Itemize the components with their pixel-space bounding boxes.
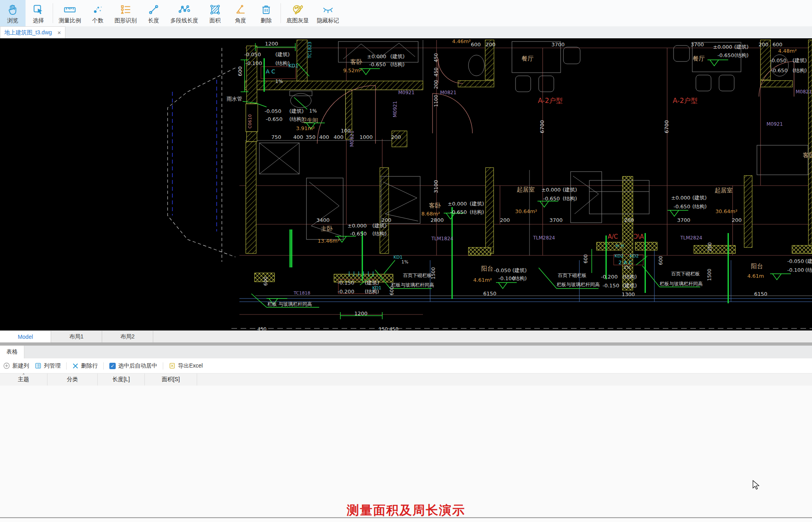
toolbar-item-trash[interactable]: 删除 — [253, 0, 279, 26]
columns-icon — [35, 362, 41, 369]
cad-text-annotation: 1500 — [707, 269, 712, 281]
cad-text-annotation: (结构) — [622, 274, 637, 280]
column-header-2[interactable]: 分类 — [47, 374, 98, 386]
toolbar-separator — [66, 362, 67, 370]
layout-tab-Model[interactable]: Model — [0, 331, 51, 343]
toolbar-item-cursor[interactable]: 选择 — [26, 0, 51, 26]
cad-text-annotation: -0.050 — [494, 267, 511, 273]
cad-text-annotation: 200 — [707, 242, 713, 251]
layout-tab-布局1[interactable]: 布局1 — [51, 331, 102, 343]
cad-text-annotation: 200 — [624, 217, 634, 223]
checkbox-icon[interactable]: ✓ — [109, 363, 116, 369]
cad-text-annotation: (建筑) — [805, 258, 812, 264]
cad-text-annotation: 4.46m² — [452, 38, 471, 44]
cad-text-annotation: -0.650 — [369, 61, 386, 67]
mouse-cursor — [752, 480, 761, 492]
cad-text-annotation: (结构) — [734, 52, 749, 58]
cad-text-annotation: 客卧 — [429, 202, 441, 209]
table-toolbar-columns[interactable]: 列管理 — [35, 362, 61, 370]
toolbar-item-eye-closed[interactable]: 隐藏标记 — [313, 0, 343, 26]
cad-text-annotation: 600 — [389, 286, 395, 295]
toolbar-item-line[interactable]: 长度 — [141, 0, 166, 26]
toolbar-item-label: 删除 — [261, 17, 272, 24]
cad-text-annotation: -0.650 — [266, 116, 283, 122]
toolbar-item-palette[interactable]: 底图灰显 — [283, 0, 313, 26]
cad-text-annotation: 1% — [309, 108, 317, 114]
layout-tab-布局2[interactable]: 布局2 — [102, 331, 153, 343]
cad-text-annotation: 6700 — [664, 120, 670, 133]
toolbar-item-list[interactable]: 图形识别 — [111, 0, 141, 26]
cad-text-annotation: TC1823 — [307, 42, 312, 59]
toolbar-item-dots[interactable]: 个数 — [85, 0, 111, 26]
cad-text-annotation: 6700 — [539, 120, 545, 133]
toolbar-item-label: 多段线长度 — [170, 17, 198, 24]
cursor-icon — [32, 3, 44, 16]
cad-text-annotation: 750 — [271, 134, 281, 140]
toolbar-separator — [281, 3, 281, 23]
cad-text-annotation: (建筑) — [275, 51, 290, 57]
cad-text-annotation: (结构) — [563, 196, 577, 202]
toolbar-item-hand[interactable]: 浏览 — [0, 0, 26, 26]
cad-text-annotation: 600 — [471, 42, 481, 47]
cad-text-annotation: C0610 — [247, 114, 253, 129]
cad-text-annotation: 起居室 — [715, 187, 733, 194]
table-toolbar-checkbox[interactable]: ✓选中后自动居中 — [109, 362, 157, 370]
toolbar-item-area[interactable]: 面积 — [202, 0, 228, 26]
table-body[interactable] — [0, 386, 812, 517]
cad-text-annotation: 餐厅 — [522, 55, 533, 62]
toolbar-item-angle[interactable]: 角度 — [228, 0, 253, 26]
cad-text-annotation: 1100 — [433, 95, 439, 107]
cad-text-annotation: 1000 — [360, 134, 373, 140]
cad-text-annotation: 200 — [381, 217, 391, 223]
cad-text-annotation: 栏板 与玻璃栏杆同高 — [267, 301, 312, 307]
cad-text-annotation: -0.150 — [338, 280, 354, 286]
toolbar-item-label: 底图灰显 — [286, 17, 309, 24]
cad-text-annotation: -0.650 — [674, 204, 690, 210]
cad-text-annotation: 餐厅 — [693, 55, 705, 62]
demo-banner: 测量面积及周长演示 — [0, 502, 812, 519]
tab-table[interactable]: 表格 — [0, 346, 24, 358]
polyline-icon — [178, 3, 191, 16]
cad-text-annotation: 卫生间 — [301, 117, 318, 123]
table-toolbar-label: 删除行 — [81, 362, 98, 370]
toolbar-item-label: 面积 — [209, 17, 221, 24]
excel-icon — [169, 362, 176, 369]
main-toolbar: 浏览选择测量比例个数图形识别长度多段线长度面积角度删除底图灰显隐藏标记 — [0, 0, 812, 27]
cad-text-annotation: M0821 — [796, 89, 812, 95]
cad-text-annotation: (结构) — [372, 231, 387, 237]
close-icon[interactable]: × — [57, 29, 61, 36]
cad-text-annotation: 雨水管 — [227, 96, 242, 102]
cad-text-annotation: ±0.000 — [541, 187, 561, 193]
window-bottom-strip — [0, 518, 812, 522]
palette-icon — [292, 3, 304, 16]
toolbar-item-label: 选择 — [33, 17, 44, 24]
splitter-bar[interactable] — [0, 342, 812, 346]
cad-text-annotation: TLM2824 — [533, 235, 555, 241]
table-toolbar-excel[interactable]: 导出Excel — [169, 362, 203, 370]
cad-text-annotation: M0921 — [398, 90, 415, 95]
toolbar-item-polyline[interactable]: 多段线长度 — [166, 0, 202, 26]
cad-text-annotation: 200 — [486, 42, 496, 47]
cad-text-annotation: KD1 — [288, 63, 298, 69]
cad-text-annotation: 阳台 — [751, 263, 763, 270]
cad-text-annotation: 百页下砌栏板 — [558, 273, 587, 278]
cad-text-annotation: 客卧 — [803, 152, 812, 159]
column-header-4[interactable]: 面积[S] — [145, 374, 197, 386]
table-toolbar-plus-circle[interactable]: 新建列 — [3, 362, 29, 370]
cad-text-annotation: (建筑) — [470, 201, 484, 207]
cad-text-annotation: -0.200 — [338, 289, 354, 295]
cad-text-annotation: -0.650 — [771, 67, 788, 73]
cad-text-annotation: 400 — [293, 134, 303, 140]
cad-text-annotation: (结构) — [792, 67, 807, 73]
cad-text-annotation: 450 — [433, 53, 439, 62]
cad-canvas[interactable]: 1200600-0.050(建筑)-0.100(结构)A CKD11%客卧9.5… — [0, 38, 812, 330]
toolbar-item-ruler[interactable]: 测量比例 — [55, 0, 85, 26]
document-tab[interactable]: 地上建筑图_t3.dwg × — [0, 26, 65, 38]
column-header-1[interactable]: 主题^ — [0, 374, 47, 386]
column-header-3[interactable]: 长度[L] — [98, 374, 145, 386]
ruler-icon — [63, 3, 77, 16]
sheet-tab-bar: 表格 — [0, 346, 812, 359]
cad-text-annotation: 3700 — [549, 217, 563, 223]
toolbar-item-label: 角度 — [235, 17, 246, 24]
table-toolbar-x[interactable]: 删除行 — [72, 362, 98, 370]
